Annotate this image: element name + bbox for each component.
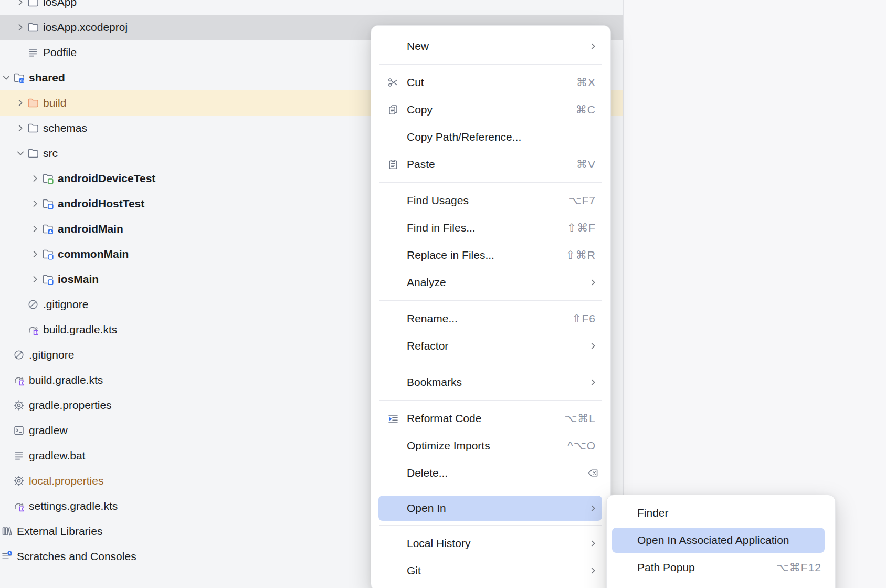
tree-item-iosapp[interactable]: iosApp (0, 0, 623, 15)
chevron-right-icon (587, 277, 599, 288)
tree-item-label: settings.gradle.kts (29, 500, 118, 512)
tree-item-label: build.gradle.kts (29, 374, 103, 386)
open-in-submenu: Finder Open In Associated Application Pa… (606, 495, 836, 588)
menu-item-bookmarks[interactable]: Bookmarks (371, 369, 610, 396)
scratches-icon (1, 550, 13, 563)
menu-item-reformat-code[interactable]: Reformat Code ⌥⌘L (371, 405, 610, 432)
tree-item-label: iosApp.xcodeproj (43, 21, 128, 34)
chevron-right-icon (587, 538, 599, 549)
tree-item-label: gradlew (29, 424, 68, 437)
menu-item-local-history[interactable]: Local History (371, 530, 610, 557)
chevron-right-icon[interactable] (29, 274, 41, 285)
menu-item-analyze[interactable]: Analyze (371, 269, 610, 296)
tree-item-label: androidDeviceTest (58, 172, 155, 185)
shortcut-label: ⇧⌘R (566, 249, 596, 261)
gradle-kotlin-icon (13, 500, 25, 512)
shortcut-label: ⌘C (576, 103, 596, 116)
shortcut-label: ⌘X (576, 76, 596, 89)
shortcut-label: ⌥⌘L (564, 412, 596, 425)
shortcut-label: ⌘V (576, 158, 596, 171)
chevron-down-icon[interactable] (1, 72, 12, 83)
chevron-right-icon[interactable] (29, 173, 41, 184)
chevron-right-icon[interactable] (15, 97, 26, 109)
gradle-kotlin-icon (27, 323, 39, 336)
submenu-item-open-in-associated-application[interactable]: Open In Associated Application (612, 528, 825, 553)
gear-icon (13, 399, 25, 412)
tree-item-label: iosApp (43, 0, 77, 8)
tree-item-label: gradlew.bat (29, 449, 85, 462)
menu-item-cut[interactable]: Cut ⌘X (371, 69, 610, 96)
tree-item-label: .gitignore (29, 349, 74, 361)
tree-item-label: local.properties (29, 475, 103, 487)
shortcut-label: ⇧F6 (572, 312, 596, 325)
paste-icon (387, 158, 399, 171)
chevron-down-icon[interactable] (15, 148, 26, 159)
submenu-item-path-popup[interactable]: Path Popup ⌥⌘F12 (607, 554, 835, 581)
menu-separator (379, 64, 602, 65)
folder-icon (27, 21, 39, 34)
file-lines-icon (13, 449, 25, 462)
folder-source-icon (41, 273, 54, 286)
menu-item-copy-path-reference[interactable]: Copy Path/Reference... (371, 123, 610, 151)
tree-item-label: iosMain (58, 273, 99, 286)
tree-item-label: build.gradle.kts (43, 323, 117, 336)
folder-build-icon (27, 97, 39, 109)
tree-item-label: gradle.properties (29, 399, 112, 412)
tree-item-label: External Libraries (17, 525, 102, 538)
menu-item-replace-in-files[interactable]: Replace in Files... ⇧⌘R (371, 242, 610, 269)
menu-item-optimize-imports[interactable]: Optimize Imports ^⌥O (371, 432, 610, 459)
menu-item-delete[interactable]: Delete... (371, 459, 610, 487)
scissors-icon (387, 76, 399, 89)
menu-item-new[interactable]: New (371, 33, 610, 60)
tree-item-label: shared (29, 71, 65, 84)
folder-icon (27, 0, 39, 8)
folder-test-icon (41, 172, 54, 185)
library-icon (1, 525, 13, 538)
tree-item-label: Podfile (43, 46, 77, 59)
menu-separator (379, 400, 602, 401)
context-menu: New Cut ⌘X Copy ⌘C Copy Path/Reference..… (371, 25, 611, 588)
tree-item-label: Scratches and Consoles (17, 550, 136, 563)
tree-item-label: .gitignore (43, 298, 88, 311)
menu-separator (379, 300, 602, 301)
chevron-right-icon[interactable] (29, 223, 41, 235)
ignored-file-icon (13, 349, 25, 361)
shortcut-label: ⌥F7 (568, 194, 596, 207)
menu-item-find-in-files[interactable]: Find in Files... ⇧⌘F (371, 214, 610, 242)
gradle-kotlin-icon (13, 374, 25, 386)
tree-item-label: src (43, 147, 58, 160)
menu-item-refactor[interactable]: Refactor (371, 332, 610, 360)
tree-item-label: androidHostTest (58, 197, 144, 210)
terminal-icon (13, 424, 25, 437)
delete-forward-icon (586, 467, 599, 479)
gear-icon (13, 475, 25, 487)
chevron-right-icon[interactable] (15, 0, 26, 8)
chevron-right-icon[interactable] (15, 122, 26, 134)
tree-item-label: commonMain (58, 248, 129, 260)
submenu-item-finder[interactable]: Finder (607, 499, 835, 527)
menu-item-git[interactable]: Git (371, 557, 610, 584)
menu-item-open-in[interactable]: Open In (378, 496, 602, 521)
chevron-right-icon[interactable] (15, 22, 26, 33)
chevron-right-icon (587, 502, 599, 514)
menu-item-copy[interactable]: Copy ⌘C (371, 96, 610, 123)
menu-item-paste[interactable]: Paste ⌘V (371, 151, 610, 178)
folder-module-icon (41, 223, 54, 235)
chevron-right-icon[interactable] (29, 198, 41, 209)
file-lines-icon (27, 46, 39, 59)
shortcut-label: ⌥⌘F12 (776, 561, 821, 574)
chevron-right-icon (587, 40, 599, 52)
folder-icon (27, 147, 39, 160)
folder-source-icon (41, 248, 54, 260)
menu-separator (379, 182, 602, 183)
chevron-right-icon[interactable] (29, 248, 41, 260)
reformat-code-icon (387, 412, 399, 425)
menu-item-rename[interactable]: Rename... ⇧F6 (371, 305, 610, 332)
tree-item-label: schemas (43, 122, 87, 134)
ignored-file-icon (27, 298, 39, 311)
folder-module-icon (13, 71, 25, 84)
menu-item-find-usages[interactable]: Find Usages ⌥F7 (371, 187, 610, 214)
menu-separator (379, 525, 602, 526)
ide-window: iosApp iosApp.xcodeproj Podfile shared b… (0, 0, 886, 588)
shortcut-label: ^⌥O (568, 439, 596, 452)
